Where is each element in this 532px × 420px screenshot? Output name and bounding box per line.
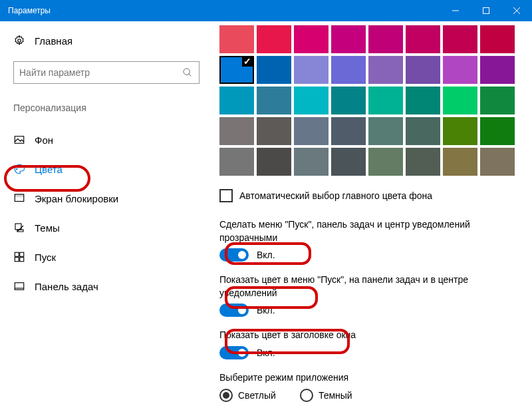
maximize-button[interactable] (471, 0, 501, 21)
search-field[interactable] (19, 67, 182, 78)
gear-icon (13, 35, 25, 47)
svg-rect-18 (15, 283, 24, 290)
svg-line-6 (189, 74, 191, 76)
start-icon (13, 251, 25, 263)
svg-rect-15 (20, 252, 24, 256)
picture-icon (13, 134, 25, 146)
content: Главная Персонализация Фон Цвета Экран б… (0, 21, 532, 420)
svg-point-5 (184, 69, 190, 75)
appmode-radio-row: Светлый Темный (219, 389, 521, 402)
home-nav[interactable]: Главная (13, 35, 200, 47)
sidebar-item-colors[interactable]: Цвета (13, 154, 200, 184)
titlebar: Параметры (0, 0, 532, 21)
color-swatch[interactable] (480, 87, 515, 114)
taskbar-icon (13, 280, 25, 292)
svg-rect-12 (15, 194, 24, 197)
color-swatch[interactable] (406, 87, 440, 114)
color-swatch[interactable] (480, 148, 515, 176)
sidebar-item-lockscreen[interactable]: Экран блокировки (13, 184, 200, 213)
radio-label: Светлый (238, 390, 276, 401)
palette-icon (13, 163, 25, 175)
sidebar-item-label: Пуск (35, 252, 56, 263)
setting-transparency-toggle-row: Вкл. (219, 248, 521, 262)
color-swatch[interactable] (331, 87, 366, 114)
color-swatch[interactable] (480, 117, 515, 145)
color-swatch[interactable] (480, 25, 515, 53)
search-icon (182, 67, 194, 79)
category-label: Персонализация (13, 103, 200, 113)
sidebar-item-background[interactable]: Фон (13, 125, 200, 154)
color-swatch[interactable] (219, 148, 254, 176)
svg-rect-1 (483, 8, 489, 14)
toggle-showcolor-title[interactable] (219, 346, 249, 359)
color-swatch[interactable] (406, 56, 440, 84)
setting-transparency-label: Сделать меню "Пуск", панель задач и цент… (219, 218, 521, 244)
color-swatch[interactable] (294, 117, 329, 145)
color-swatch[interactable] (443, 87, 477, 114)
main-panel: Автоматический выбор главного цвета фона… (213, 21, 532, 420)
color-swatch[interactable] (443, 56, 477, 84)
color-swatch[interactable] (368, 87, 403, 114)
color-swatch[interactable] (219, 117, 254, 145)
appmode-light[interactable]: Светлый (219, 389, 276, 402)
toggle-showcolor-start[interactable] (219, 304, 249, 317)
color-swatch[interactable] (368, 25, 403, 53)
sidebar-item-start[interactable]: Пуск (13, 242, 200, 272)
color-swatch[interactable] (368, 56, 403, 84)
color-swatch[interactable] (368, 117, 403, 145)
window-controls (440, 0, 532, 21)
svg-point-10 (21, 166, 22, 168)
minimize-button[interactable] (440, 0, 471, 21)
svg-rect-14 (15, 252, 19, 256)
color-swatch[interactable] (219, 25, 254, 53)
sidebar-item-label: Панель задач (35, 281, 98, 292)
color-swatch[interactable] (294, 87, 329, 114)
sidebar-item-label: Темы (35, 222, 60, 234)
color-swatch[interactable] (257, 148, 291, 176)
color-swatch[interactable] (219, 87, 254, 114)
toggle-state: Вкл. (257, 305, 275, 315)
color-swatch[interactable] (443, 25, 477, 53)
sidebar-item-label: Цвета (35, 164, 63, 175)
color-palette (219, 25, 521, 176)
sidebar-item-label: Экран блокировки (35, 193, 118, 204)
sidebar-item-taskbar[interactable]: Панель задач (13, 272, 200, 301)
color-swatch[interactable] (331, 117, 366, 145)
toggle-state: Вкл. (257, 250, 275, 260)
auto-color-label: Автоматический выбор главного цвета фона (239, 190, 432, 201)
appmode-label: Выберите режим приложения (219, 371, 521, 385)
color-swatch[interactable] (443, 148, 477, 176)
sidebar-item-label: Фон (35, 134, 53, 146)
color-swatch[interactable] (219, 56, 254, 84)
search-input[interactable] (13, 61, 200, 84)
color-swatch[interactable] (294, 56, 329, 84)
setting-showcolor-title-label: Показать цвет в заголовке окна (219, 329, 521, 342)
sidebar-item-themes[interactable]: Темы (13, 213, 200, 242)
radio-icon (300, 389, 313, 402)
themes-icon (13, 222, 25, 234)
color-swatch[interactable] (443, 117, 477, 145)
appmode-dark[interactable]: Темный (300, 389, 352, 402)
toggle-transparency[interactable] (219, 248, 249, 262)
color-swatch[interactable] (257, 87, 291, 114)
color-swatch[interactable] (406, 148, 440, 176)
color-swatch[interactable] (257, 117, 291, 145)
color-swatch[interactable] (257, 25, 291, 53)
auto-color-row[interactable]: Автоматический выбор главного цвета фона (219, 189, 521, 202)
home-label: Главная (35, 35, 72, 47)
radio-label: Темный (319, 390, 352, 401)
color-swatch[interactable] (406, 117, 440, 145)
color-swatch[interactable] (294, 25, 329, 53)
auto-color-checkbox[interactable] (219, 189, 233, 202)
color-swatch[interactable] (257, 56, 291, 84)
close-button[interactable] (501, 0, 532, 21)
color-swatch[interactable] (331, 148, 366, 176)
color-swatch[interactable] (294, 148, 329, 176)
setting-showcolor-start-toggle-row: Вкл. (219, 304, 521, 317)
color-swatch[interactable] (406, 25, 440, 53)
color-swatch[interactable] (331, 56, 366, 84)
color-swatch[interactable] (331, 25, 366, 53)
toggle-state: Вкл. (257, 347, 275, 358)
color-swatch[interactable] (368, 148, 403, 176)
color-swatch[interactable] (480, 56, 515, 84)
